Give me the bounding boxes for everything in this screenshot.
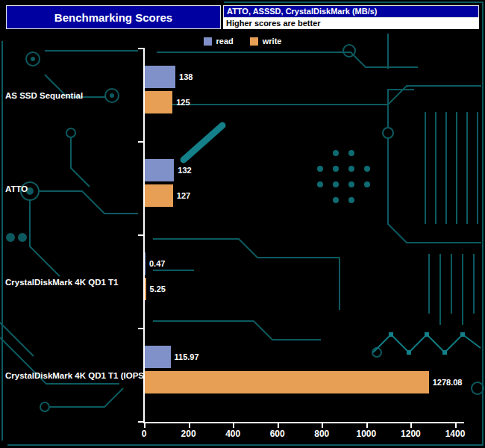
x-tick-label: 400 [212,429,254,439]
category-label: CrystalDiskMark 4K QD1 T1 [5,235,143,329]
legend-label: read [216,37,234,46]
read-bar [145,252,146,275]
value-label: 127 [177,184,190,207]
x-tick-label: 0 [123,429,165,439]
write-bar [145,278,146,300]
write-bar [145,184,173,207]
chart-subtitle: ATTO, ASSSD, CrystalDiskMark (MB/s) [223,5,479,18]
x-tick-label: 1400 [434,429,476,439]
category-label: AS SSD Sequential [5,49,143,142]
value-label: 125 [176,91,190,113]
read-bar [145,346,171,368]
x-axis-tick [144,423,146,428]
chart-area: AS SSD SequentialATTOCrystalDiskMark 4K … [0,0,485,448]
x-tick-label: 200 [168,429,210,439]
value-label: 1278.08 [433,371,463,393]
category-label: ATTO [5,142,143,235]
x-axis-tick [189,423,190,428]
x-axis-tick [455,423,457,428]
value-label: 5.25 [150,278,166,300]
x-axis-tick [410,423,412,428]
x-axis-tick [366,423,368,428]
chart-note: Higher scores are better [223,18,479,29]
x-tick-label: 1200 [389,429,431,439]
write-bar [145,371,429,393]
category-label: CrystalDiskMark 4K QD1 T1 (IOPS) [5,329,143,422]
write-bar [145,91,172,113]
x-axis-tick [278,423,279,428]
x-tick-label: 600 [257,429,298,439]
x-tick-label: 1000 [345,429,387,439]
x-axis-line [143,422,464,423]
write-swatch [250,37,258,46]
benchmark-chart-screen: Benchmarking Scores ATTO, ASSSD, Crystal… [0,0,485,448]
chart-title: Benchmarking Scores [6,5,221,29]
read-swatch [204,37,212,46]
value-label: 132 [178,159,191,181]
x-axis-tick [233,423,234,428]
x-tick-label: 800 [301,429,342,439]
chart-subtitle-box: ATTO, ASSSD, CrystalDiskMark (MB/s) High… [223,5,479,29]
legend: readwrite [0,37,485,46]
legend-item-write: write [250,37,282,46]
value-label: 0.47 [149,252,165,275]
legend-label: write [263,37,282,46]
x-axis-tick [322,423,323,428]
value-label: 138 [179,66,193,88]
read-bar [145,159,174,181]
legend-item-read: read [204,37,234,46]
read-bar [145,66,175,88]
value-label: 115.97 [175,346,199,368]
